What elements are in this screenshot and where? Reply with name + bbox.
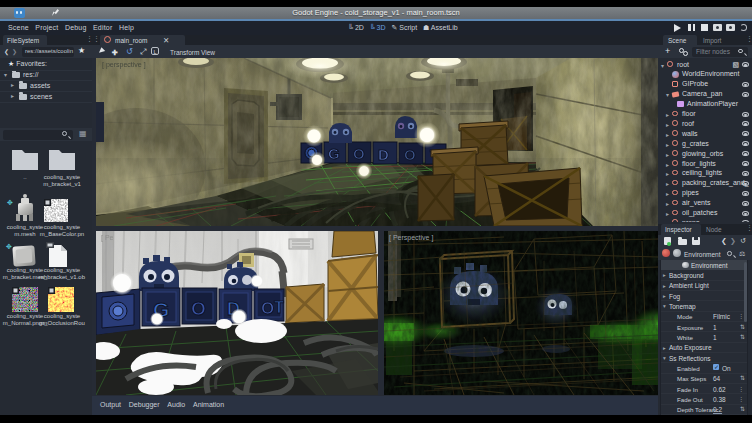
svg-text:✥: ✥ — [7, 199, 13, 206]
svg-text:m_OcclusionRou: m_OcclusionRou — [39, 320, 85, 326]
svg-text:O: O — [353, 145, 365, 162]
svg-text:m_bracket_v1: m_bracket_v1 — [43, 181, 81, 187]
svg-text:cooling_syste: cooling_syste — [44, 174, 81, 180]
svg-text:cooling_syste: cooling_syste — [44, 224, 81, 230]
svg-text:[ Pe: [ Pe — [101, 234, 114, 242]
svg-text:cooling_syste: cooling_syste — [7, 224, 44, 230]
svg-text:✥: ✥ — [6, 243, 12, 250]
svg-text:m_bracket_v1.ob: m_bracket_v1.ob — [39, 274, 86, 280]
svg-text:O: O — [191, 298, 206, 319]
svg-text:O: O — [261, 299, 274, 318]
svg-text:m_BaseColor.pn: m_BaseColor.pn — [40, 231, 84, 237]
svg-text:D: D — [378, 146, 389, 163]
svg-text:cooling_syste: cooling_syste — [44, 267, 81, 273]
svg-text:..: .. — [23, 174, 27, 180]
svg-text:T: T — [274, 299, 284, 316]
svg-text:O: O — [404, 146, 416, 163]
svg-text:m.mesh: m.mesh — [14, 231, 35, 237]
svg-text:G: G — [328, 145, 340, 162]
svg-text:[ Perspective ]: [ Perspective ] — [389, 234, 433, 242]
svg-text:cooling_syste: cooling_syste — [7, 313, 44, 319]
svg-text:cooling_syste: cooling_syste — [7, 267, 44, 273]
svg-text:[ perspective ]: [ perspective ] — [102, 61, 146, 69]
svg-text:cooling_syste: cooling_syste — [44, 313, 81, 319]
